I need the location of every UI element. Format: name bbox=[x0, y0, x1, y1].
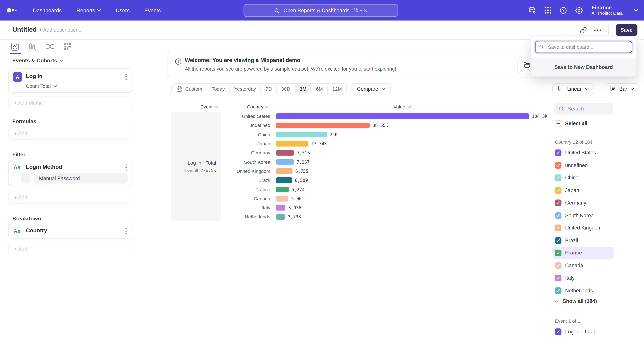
global-search-input[interactable]: Open Reports & Dashboards ⌘ + K bbox=[244, 4, 398, 17]
event-checkbox[interactable] bbox=[555, 329, 562, 335]
country-checkbox[interactable] bbox=[555, 150, 562, 156]
filter-card[interactable]: Aa Login Method = Manual Password bbox=[8, 160, 132, 186]
chart-row[interactable]: undefined 38.55K bbox=[202, 121, 548, 130]
report-title[interactable]: Untitled bbox=[12, 26, 37, 33]
select-all-checkbox[interactable] bbox=[555, 120, 561, 127]
add-formula-button[interactable]: + Add bbox=[8, 127, 132, 140]
copy-link-icon[interactable] bbox=[580, 26, 587, 33]
save-to-new-dashboard-option[interactable]: Save to New Dashboard bbox=[531, 58, 636, 76]
breakdown-property-name[interactable]: Country bbox=[26, 228, 47, 234]
date-range-option[interactable]: Custom bbox=[172, 84, 207, 94]
date-range-option[interactable]: 30D bbox=[276, 84, 295, 94]
settings-gear-icon[interactable] bbox=[575, 6, 583, 14]
events-cohorts-section-label[interactable]: Events & Cohorts bbox=[12, 57, 64, 64]
bar-value-label: 7,515 bbox=[297, 150, 310, 155]
project-switcher[interactable]: Finance All Project Data bbox=[592, 4, 623, 16]
save-button[interactable]: Save bbox=[616, 24, 638, 36]
chart-type-selector-button[interactable]: Bar bbox=[604, 83, 640, 94]
nav-item-users[interactable]: Users bbox=[116, 7, 130, 13]
chart-row[interactable]: China 21K bbox=[202, 130, 548, 139]
date-range-option[interactable]: 3M bbox=[295, 84, 311, 94]
bar bbox=[276, 214, 285, 220]
metric-event-name[interactable]: Log In bbox=[26, 73, 42, 79]
country-filter-item[interactable]: United States bbox=[553, 146, 614, 159]
add-breakdown-button[interactable]: + Add bbox=[8, 243, 132, 255]
column-header-event[interactable]: Event bbox=[200, 104, 218, 109]
add-description-field[interactable]: + Add description... bbox=[39, 27, 83, 33]
chart-row[interactable]: Japan 13.34K bbox=[202, 139, 548, 148]
aggregation-selector[interactable]: Count Total bbox=[26, 83, 57, 89]
country-checkbox[interactable] bbox=[555, 212, 562, 219]
chart-row[interactable]: United States 104.3K bbox=[202, 112, 548, 121]
chart-row[interactable]: Italy 3,936 bbox=[202, 203, 548, 212]
show-all-toggle[interactable]: Show all (184) bbox=[554, 298, 597, 304]
country-checkbox[interactable] bbox=[555, 162, 562, 169]
country-filter-item[interactable]: undefined bbox=[553, 159, 614, 172]
nav-item-reports[interactable]: Reports bbox=[76, 7, 101, 13]
country-checkbox[interactable] bbox=[555, 250, 562, 256]
date-range-option[interactable]: 12M bbox=[327, 84, 346, 94]
country-filter-item[interactable]: Canada bbox=[553, 259, 614, 272]
chart-row[interactable]: United Kingdom 6,755 bbox=[202, 167, 548, 176]
compare-button[interactable]: Compare bbox=[352, 83, 390, 94]
chart-row[interactable]: South Korea 7,267 bbox=[202, 157, 548, 167]
chart-row[interactable]: Canada 5,061 bbox=[202, 194, 548, 203]
nav-item-dashboards[interactable]: Dashboards bbox=[33, 7, 62, 13]
country-checkbox[interactable] bbox=[555, 187, 562, 194]
tab-insights[interactable] bbox=[11, 42, 19, 51]
breakdown-card[interactable]: Aa Country bbox=[8, 223, 132, 239]
country-checkbox[interactable] bbox=[555, 262, 562, 269]
country-checkbox[interactable] bbox=[555, 200, 562, 206]
scale-selector-button[interactable]: Linear bbox=[552, 83, 594, 94]
add-metric-button[interactable]: + Add Metric bbox=[8, 96, 132, 109]
country-filter-item[interactable]: Germany bbox=[553, 197, 614, 209]
date-range-option[interactable]: Yesterday bbox=[229, 84, 260, 94]
tab-flows[interactable] bbox=[46, 43, 54, 51]
chart-row[interactable]: Netherlands 3,738 bbox=[202, 212, 548, 222]
country-filter-item[interactable]: Japan bbox=[553, 184, 614, 197]
date-range-option[interactable]: 6M bbox=[311, 84, 327, 94]
date-range-option[interactable]: 7D bbox=[260, 84, 276, 94]
breakdown-kebab-icon[interactable] bbox=[125, 228, 127, 234]
chart-row[interactable]: Germany 7,515 bbox=[202, 148, 548, 158]
column-header-value[interactable]: Value bbox=[394, 104, 410, 109]
country-checkbox[interactable] bbox=[555, 237, 562, 244]
date-range-option[interactable]: Today bbox=[207, 84, 230, 94]
nav-item-events[interactable]: Events bbox=[144, 7, 161, 13]
country-filter-item[interactable]: France bbox=[553, 247, 614, 259]
mixpanel-logo[interactable] bbox=[6, 7, 18, 13]
country-checkbox[interactable] bbox=[555, 275, 562, 281]
select-all-row[interactable]: Select all bbox=[555, 120, 588, 127]
country-filter-item[interactable]: China bbox=[553, 172, 614, 184]
tab-retention[interactable] bbox=[64, 43, 72, 51]
country-filter-item[interactable]: South Korea bbox=[553, 209, 614, 222]
project-chevron-down-icon[interactable] bbox=[634, 9, 638, 12]
column-header-country[interactable]: Country bbox=[247, 104, 269, 109]
country-filter-item[interactable]: Italy bbox=[553, 272, 614, 284]
check-icon bbox=[556, 264, 560, 268]
filter-operator-selector[interactable]: = bbox=[21, 173, 30, 183]
tab-funnels[interactable] bbox=[28, 42, 36, 51]
country-filter-item[interactable]: United Kingdom bbox=[553, 222, 614, 234]
more-options-icon[interactable] bbox=[594, 29, 601, 31]
chart-row[interactable]: Brazil 6,589 bbox=[202, 176, 548, 185]
country-filter-item[interactable]: Brazil bbox=[553, 234, 614, 247]
help-icon[interactable] bbox=[560, 6, 567, 14]
country-filter-item[interactable]: Netherlands bbox=[553, 284, 614, 297]
country-checkbox[interactable] bbox=[555, 174, 562, 181]
country-checkbox[interactable] bbox=[555, 225, 562, 231]
data-management-icon[interactable] bbox=[528, 6, 536, 14]
chart-row[interactable]: France 5,274 bbox=[202, 185, 548, 194]
country-checkbox[interactable] bbox=[555, 287, 562, 294]
filter-value-selector[interactable]: Manual Password bbox=[34, 173, 128, 183]
add-filter-button[interactable]: + Add bbox=[8, 191, 132, 204]
save-dashboard-search-input[interactable]: Save to dashboard... bbox=[535, 41, 632, 53]
filter-property-name[interactable]: Login Method bbox=[26, 164, 62, 170]
event-filter-item[interactable]: Log In - Total bbox=[553, 326, 614, 338]
event-letter-badge: A bbox=[13, 72, 22, 82]
filter-kebab-icon[interactable] bbox=[125, 164, 127, 171]
metric-card[interactable]: A Log In Count Total bbox=[8, 68, 132, 93]
metric-kebab-icon[interactable] bbox=[125, 73, 127, 80]
apps-grid-icon[interactable] bbox=[544, 6, 552, 14]
legend-search-input[interactable]: Search bbox=[554, 103, 613, 114]
